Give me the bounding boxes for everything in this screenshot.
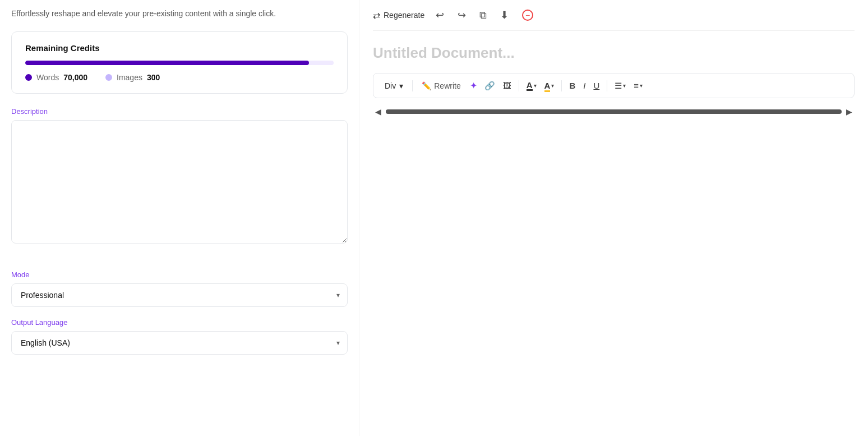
redo-button[interactable]: ↪ (455, 7, 468, 24)
images-label: Images (117, 73, 142, 82)
scroll-left-icon: ◀ (375, 107, 381, 116)
words-label: Words (36, 73, 59, 82)
credits-row: Words 70,000 Images 300 (25, 73, 334, 82)
numbered-list-chevron-icon: ▾ (640, 82, 643, 89)
words-value: 70,000 (63, 73, 87, 82)
mode-select[interactable]: Professional Casual Formal Friendly Crea… (11, 283, 348, 307)
description-textarea[interactable] (11, 120, 348, 244)
output-language-label: Output Language (11, 318, 348, 327)
scroll-row: ◀ ▶ (373, 105, 855, 118)
credits-card: Remaining Credits Words 70,000 Images 30… (11, 31, 348, 94)
images-dot (105, 74, 112, 81)
mode-label: Mode (11, 270, 348, 279)
copy-button[interactable]: ⧉ (477, 7, 489, 24)
top-toolbar: ⇄ Regenerate ↩ ↪ ⧉ ⬇ − (373, 7, 855, 31)
toolbar-divider-2 (519, 80, 519, 91)
underline-button[interactable]: U (590, 79, 602, 93)
delete-button[interactable]: − (520, 7, 535, 23)
output-language-select[interactable]: English (USA) English (UK) Spanish Frenc… (11, 331, 348, 355)
text-color-icon: A (527, 81, 533, 91)
output-language-section: Output Language English (USA) English (U… (11, 318, 348, 355)
regenerate-icon: ⇄ (373, 10, 380, 21)
copy-icon: ⧉ (479, 10, 487, 21)
bullet-list-button[interactable]: ☰ ▾ (612, 79, 629, 93)
link-icon: 🔗 (484, 81, 495, 91)
block-type-chevron-icon: ▾ (399, 81, 403, 90)
highlight-chevron-icon: ▾ (551, 82, 554, 89)
text-color-button[interactable]: A ▾ (524, 79, 539, 93)
undo-icon: ↩ (436, 9, 444, 21)
editor-toolbar: Div ▾ ✏️ Rewrite ✦ 🔗 🖼 (373, 73, 855, 98)
scroll-left-button[interactable]: ◀ (373, 105, 384, 118)
scroll-right-button[interactable]: ▶ (844, 105, 855, 118)
image-button[interactable]: 🖼 (500, 79, 514, 93)
bullet-list-chevron-icon: ▾ (623, 82, 626, 89)
scroll-track[interactable] (386, 109, 842, 114)
output-language-select-wrapper: English (USA) English (UK) Spanish Frenc… (11, 331, 348, 355)
ai-sparkle-button[interactable]: ✦ (468, 78, 479, 93)
highlight-icon: A (544, 81, 551, 90)
download-icon: ⬇ (500, 9, 509, 21)
download-button[interactable]: ⬇ (498, 7, 511, 24)
mode-select-wrapper: Professional Casual Formal Friendly Crea… (11, 283, 348, 307)
regenerate-button[interactable]: ⇄ Regenerate (373, 10, 424, 21)
block-type-selector[interactable]: Div ▾ (380, 79, 408, 93)
italic-button[interactable]: I (580, 79, 588, 93)
right-panel: ⇄ Regenerate ↩ ↪ ⧉ ⬇ − Untitled Document… (359, 0, 868, 436)
numbered-list-button[interactable]: ≡ ▾ (631, 79, 645, 93)
rewrite-label: Rewrite (434, 81, 460, 90)
italic-icon: I (583, 81, 585, 90)
numbered-list-icon: ≡ (634, 81, 639, 90)
description-section: Description (11, 107, 348, 259)
images-credit-item: Images 300 (105, 73, 160, 82)
text-color-chevron-icon: ▾ (534, 82, 537, 89)
image-icon: 🖼 (503, 81, 511, 90)
scroll-right-icon: ▶ (846, 107, 852, 116)
mode-section: Mode Professional Casual Formal Friendly… (11, 270, 348, 307)
toolbar-divider-4 (607, 80, 607, 91)
highlight-color-button[interactable]: A ▾ (542, 79, 557, 93)
block-type-label: Div (385, 81, 396, 90)
toolbar-divider-3 (561, 80, 562, 91)
subtitle-text: Effortlessly reshape and elevate your pr… (11, 9, 348, 18)
rewrite-pencil-icon: ✏️ (422, 81, 431, 90)
credits-progress-fill (25, 61, 309, 65)
underline-icon: U (593, 81, 599, 90)
sparkle-icon: ✦ (470, 81, 477, 90)
document-title: Untitled Document... (373, 44, 855, 62)
credits-title: Remaining Credits (25, 43, 334, 53)
link-button[interactable]: 🔗 (482, 79, 498, 93)
toolbar-divider-1 (412, 80, 413, 91)
bold-button[interactable]: B (566, 79, 578, 93)
description-label: Description (11, 107, 348, 116)
credits-progress-bar (25, 61, 334, 65)
bullet-list-icon: ☰ (615, 81, 622, 91)
delete-icon: − (522, 10, 533, 21)
words-dot (25, 74, 32, 81)
regenerate-label: Regenerate (384, 11, 424, 20)
rewrite-button[interactable]: ✏️ Rewrite (417, 79, 465, 93)
redo-icon: ↪ (458, 9, 466, 21)
left-panel: Effortlessly reshape and elevate your pr… (0, 0, 359, 436)
words-credit-item: Words 70,000 (25, 73, 87, 82)
undo-button[interactable]: ↩ (433, 7, 446, 24)
bold-icon: B (569, 81, 575, 90)
images-value: 300 (147, 73, 160, 82)
